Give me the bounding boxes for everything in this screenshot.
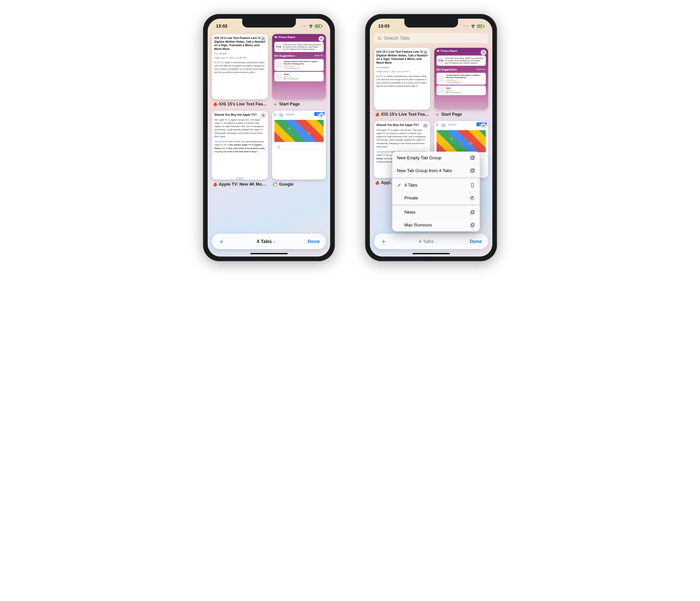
hamburger-icon: ☰ (435, 123, 439, 127)
tab-card-start-page[interactable]: ✕ 📖 Privacy Report › 🛡49 In the last sev… (434, 48, 488, 117)
iphone-device-left: 13:02 ⚡ ✕ iOS 15's Live Text Feature Let… (203, 14, 335, 261)
status-time: 13:02 (216, 24, 227, 29)
google-tab-all: ALL (279, 113, 283, 116)
tab-thumbnail[interactable]: ✕ ☰ ALL IMAGES ⠿ Sign in 🔍 (272, 111, 326, 180)
macrumors-favicon-icon: 🍎 (375, 181, 379, 185)
tab-thumbnail[interactable]: ✕ 📖 Privacy Report › 🛡49 In the last sev… (272, 34, 326, 99)
new-tab-group-icon (470, 155, 475, 160)
new-tab-button[interactable]: ＋ (380, 237, 387, 246)
hamburger-icon: ☰ (273, 113, 276, 116)
tab-group-selector[interactable]: 4 Tabs⌄ (257, 239, 276, 244)
tab-card-google[interactable]: ✕ ☰ ALL IMAGES ⠿ Sign in 🔍 Google (272, 111, 326, 187)
tab-thumbnail[interactable]: ✕ iOS 15's Live Text Feature Lets You Di… (212, 34, 268, 99)
tab-grid: ✕ iOS 15's Live Text Feature Lets You Di… (208, 32, 330, 189)
checkmark-icon: ✓ (397, 182, 402, 188)
svg-point-0 (310, 27, 311, 28)
menu-item-tab-group-mac-rumours[interactable]: Mac Rumours (392, 219, 480, 231)
close-tab-button[interactable]: ✕ (260, 36, 266, 42)
menu-item-private[interactable]: Private (392, 192, 480, 206)
article-body: In iOS 15, Apple is introducing a new fe… (376, 75, 428, 88)
article-date: Friday June 11, 2021 1:37 am PDT (214, 57, 266, 59)
status-icons: ⚡ (463, 24, 484, 28)
article-title: iOS 15's Live Text Feature Lets You Digi… (376, 50, 428, 65)
macrumors-favicon-icon: 🍎 (375, 112, 379, 116)
close-tab-button[interactable]: ✕ (260, 113, 266, 118)
tab-card-ios15-livetext[interactable]: ✕ iOS 15's Live Text Feature Lets You Di… (212, 34, 268, 107)
battery-icon: ⚡ (315, 25, 322, 28)
tab-card-apple-tv[interactable]: ✕ Should You Buy the Apple TV? The Apple… (212, 111, 268, 187)
search-icon (377, 36, 381, 40)
close-tab-button[interactable]: ✕ (319, 36, 324, 42)
new-tab-group-icon (470, 168, 475, 173)
iphone-device-right: 13:03 ⚡ Search Tabs ✕ iOS 15's Live Text… (365, 14, 497, 261)
menu-item-tab-group-news[interactable]: News (392, 206, 480, 219)
hand-icon (470, 195, 475, 201)
show-all-link: Show All › (314, 54, 324, 57)
tab-thumbnail[interactable]: ✕ iOS 15's Live Text Feature Lets You Di… (374, 48, 430, 110)
tab-group-copy-icon (470, 210, 475, 215)
google-doodle (274, 120, 324, 142)
tab-overview-bottom-bar: ＋ 4 Tabs⌄ Done (374, 234, 488, 249)
tab-label: ★ Start Page (272, 99, 326, 107)
privacy-report-card: 🛡49 In the last seven days, Safari has p… (274, 42, 324, 52)
svg-point-1 (473, 27, 473, 28)
notch (404, 19, 458, 28)
home-indicator[interactable] (250, 253, 288, 254)
menu-item-new-tab-group-from-tabs[interactable]: New Tab Group from 4 Tabs (392, 164, 480, 179)
siri-suggestion-item: Apple apple.com 🔖 From Bookmarks (274, 72, 324, 81)
status-icons: ⚡ (301, 24, 322, 28)
svg-point-2 (378, 37, 380, 39)
star-icon: ★ (435, 112, 440, 116)
close-tab-button[interactable]: ✕ (423, 123, 428, 129)
new-tab-button[interactable]: ＋ (218, 237, 225, 246)
article-date: Friday June 11, 2021 1:37 am PDT (376, 71, 428, 73)
privacy-report-title: Privacy Report (279, 36, 295, 38)
recording-dots-icon (301, 26, 306, 27)
close-tab-button[interactable]: ✕ (481, 123, 486, 129)
close-tab-button[interactable]: ✕ (481, 50, 486, 55)
close-tab-button[interactable]: ✕ (423, 50, 428, 55)
tab-overview-bottom-bar: ＋ 4 Tabs⌄ Done (212, 234, 326, 249)
home-indicator[interactable] (412, 253, 450, 254)
tab-group-menu: New Empty Tab Group New Tab Group from 4… (392, 152, 480, 231)
done-button[interactable]: Done (308, 239, 320, 244)
chevron-down-icon: ⌄ (435, 239, 438, 243)
wifi-icon (309, 24, 313, 28)
tab-thumbnail[interactable]: ✕ 📖 Privacy Report › 🛡49 In the last sev… (434, 48, 488, 110)
done-button[interactable]: Done (470, 239, 482, 244)
tab-card-ios15-livetext[interactable]: ✕ iOS 15's Live Text Feature Lets You Di… (374, 48, 430, 117)
tab-group-selector[interactable]: 4 Tabs⌄ (419, 239, 438, 244)
screen-left: 13:02 ⚡ ✕ iOS 15's Live Text Feature Let… (208, 19, 330, 257)
article-title: iOS 15's Live Text Feature Lets You Digi… (214, 36, 266, 51)
chevron-down-icon: ⌄ (273, 239, 276, 243)
article-body: In iOS 15, Apple is introducing a new fe… (214, 61, 266, 74)
google-nav: ☰ ALL IMAGES ⠿ Sign in (273, 113, 325, 116)
svg-rect-11 (472, 223, 474, 226)
siri-suggestions-title: Siri Suggestions (274, 54, 295, 57)
tab-card-start-page[interactable]: ✕ 📖 Privacy Report › 🛡49 In the last sev… (272, 34, 326, 107)
article-author: Tim Hardwick (214, 52, 266, 55)
menu-item-4-tabs[interactable]: ✓ 4 Tabs (392, 179, 480, 192)
scroll-indicator (236, 177, 244, 180)
search-tabs-input[interactable]: Search Tabs (374, 33, 488, 43)
privacy-report-card: 🛡49 In the last seven days, Safari has p… (436, 55, 486, 66)
close-tab-button[interactable]: ✕ (319, 113, 324, 118)
ios15-link: iOS 15 (217, 61, 224, 64)
status-time: 13:03 (378, 24, 390, 29)
announced-link: Announced (214, 140, 225, 143)
siri-suggestion-item: Google Explores Alternative to Apple's N… (274, 59, 324, 71)
phone-icon (470, 183, 475, 188)
tab-label: 🍎 iOS 15's Live Text Fea… (374, 110, 430, 117)
recording-dots-icon (463, 26, 468, 27)
tab-label: 🍎 Apple TV: New 4K Mo… (212, 180, 268, 187)
macrumors-favicon-icon: 🍎 (213, 182, 217, 187)
battery-icon: ⚡ (477, 25, 484, 28)
tab-thumbnail[interactable]: ✕ Should You Buy the Apple TV? The Apple… (212, 111, 268, 180)
article-body: The Apple TV is Apple's set-top box. The… (214, 118, 266, 138)
menu-item-new-empty-tab-group[interactable]: New Empty Tab Group (392, 152, 480, 164)
notch (242, 19, 296, 28)
macrumors-favicon-icon: 🍎 (213, 102, 217, 106)
star-icon: ★ (273, 102, 277, 106)
article-body: Announced in April of 2021, the second-g… (214, 140, 266, 153)
tab-group-copy-icon (470, 223, 475, 228)
